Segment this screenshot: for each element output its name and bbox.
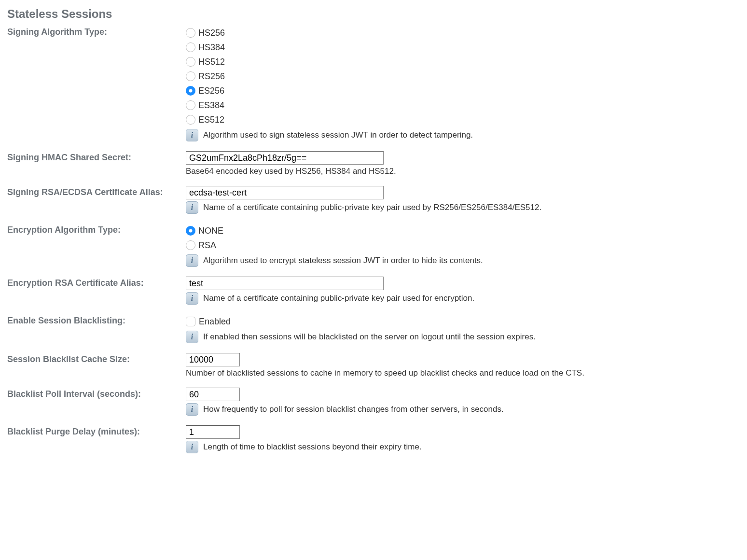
control-enc-rsa-alias: i Name of a certificate containing publi…: [186, 277, 740, 311]
control-blacklist-enable: Enabled i If enabled then sessions will …: [186, 314, 740, 350]
label-poll-interval: Blacklist Poll Interval (seconds):: [7, 388, 186, 399]
signing-algo-label-rs256: RS256: [198, 71, 225, 82]
enc-algo-option-rsa: RSA: [186, 238, 740, 252]
row-enc-rsa-alias: Encryption RSA Certificate Alias: i Name…: [7, 277, 740, 311]
info-icon[interactable]: i: [186, 403, 198, 416]
row-enc-algorithm: Encryption Algorithm Type: NONERSA i Alg…: [7, 224, 740, 274]
svg-text:i: i: [191, 256, 194, 265]
label-blacklist-cache: Session Blacklist Cache Size:: [7, 353, 186, 364]
svg-text:i: i: [191, 443, 194, 451]
help-hmac-secret: Base64 encoded key used by HS256, HS384 …: [186, 167, 740, 176]
info-purge-delay: i Length of time to blacklist sessions b…: [186, 441, 740, 453]
blacklist-cache-input[interactable]: [186, 353, 240, 366]
signing-algo-label-hs384: HS384: [198, 42, 225, 53]
svg-text:i: i: [191, 131, 194, 139]
row-signing-algorithm: Signing Algorithm Type: HS256HS384HS512R…: [7, 26, 740, 148]
signing-algo-option-hs512: HS512: [186, 55, 740, 69]
info-signing-algorithm: i Algorithm used to sign stateless sessi…: [186, 129, 740, 141]
signing-algo-label-es256: ES256: [198, 86, 224, 96]
enc-algo-label-none: NONE: [198, 226, 223, 236]
info-poll-interval: i How frequently to poll for session bla…: [186, 403, 740, 416]
info-text: Name of a certificate containing public-…: [203, 203, 541, 212]
control-rsa-alias: i Name of a certificate containing publi…: [186, 186, 740, 221]
label-hmac-secret: Signing HMAC Shared Secret:: [7, 151, 186, 163]
signing-algo-radio-hs384[interactable]: [186, 42, 195, 52]
info-icon[interactable]: i: [186, 201, 198, 214]
row-purge-delay: Blacklist Purge Delay (minutes): i Lengt…: [7, 425, 740, 460]
info-text: Algorithm used to sign stateless session…: [203, 130, 473, 140]
info-text: Length of time to blacklist sessions bey…: [203, 442, 422, 452]
info-rsa-alias: i Name of a certificate containing publi…: [186, 201, 740, 214]
enc-rsa-alias-input[interactable]: [186, 277, 384, 290]
signing-algo-radio-hs512[interactable]: [186, 57, 195, 67]
label-enc-rsa-alias: Encryption RSA Certificate Alias:: [7, 277, 186, 288]
signing-algo-option-es384: ES384: [186, 98, 740, 112]
signing-algo-option-es256: ES256: [186, 84, 740, 98]
control-hmac-secret: Base64 encoded key used by HS256, HS384 …: [186, 151, 740, 183]
info-icon[interactable]: i: [186, 129, 198, 141]
blacklist-enable-check-row: Enabled: [186, 314, 740, 329]
signing-algo-label-hs256: HS256: [198, 28, 225, 38]
label-signing-algorithm: Signing Algorithm Type:: [7, 26, 186, 37]
info-icon[interactable]: i: [186, 331, 198, 343]
control-purge-delay: i Length of time to blacklist sessions b…: [186, 425, 740, 460]
hmac-secret-input[interactable]: [186, 151, 384, 165]
info-enc-algorithm: i Algorithm used to encrypt stateless se…: [186, 254, 740, 267]
info-text: If enabled then sessions will be blackli…: [203, 332, 536, 342]
purge-delay-input[interactable]: [186, 425, 240, 439]
row-poll-interval: Blacklist Poll Interval (seconds): i How…: [7, 388, 740, 422]
signing-algo-option-rs256: RS256: [186, 69, 740, 84]
control-poll-interval: i How frequently to poll for session bla…: [186, 388, 740, 422]
svg-text:i: i: [191, 203, 194, 211]
enc-algo-option-none: NONE: [186, 224, 740, 238]
label-rsa-alias: Signing RSA/ECDSA Certificate Alias:: [7, 186, 186, 197]
info-blacklist-enable: i If enabled then sessions will be black…: [186, 331, 740, 343]
label-enc-algorithm: Encryption Algorithm Type:: [7, 224, 186, 235]
info-text: Algorithm used to encrypt stateless sess…: [203, 256, 483, 266]
signing-algo-radio-es384[interactable]: [186, 100, 195, 110]
blacklist-enable-checkbox[interactable]: [186, 317, 195, 326]
info-text: How frequently to poll for session black…: [203, 405, 504, 414]
help-blacklist-cache: Number of blacklisted sessions to cache …: [186, 368, 740, 378]
info-text: Name of a certificate containing public-…: [203, 294, 474, 303]
info-enc-rsa-alias: i Name of a certificate containing publi…: [186, 292, 740, 305]
svg-text:i: i: [191, 333, 194, 341]
signing-algo-option-hs256: HS256: [186, 26, 740, 40]
row-blacklist-enable: Enable Session Blacklisting: Enabled i I…: [7, 314, 740, 350]
row-blacklist-cache: Session Blacklist Cache Size: Number of …: [7, 353, 740, 385]
signing-algo-radio-hs256[interactable]: [186, 28, 195, 38]
signing-algo-label-hs512: HS512: [198, 57, 225, 67]
signing-algo-label-es384: ES384: [198, 100, 224, 111]
poll-interval-input[interactable]: [186, 388, 240, 401]
svg-text:i: i: [191, 294, 194, 302]
signing-algo-label-es512: ES512: [198, 115, 224, 125]
enc-algo-radio-none[interactable]: [186, 226, 195, 236]
rsa-alias-input[interactable]: [186, 186, 384, 199]
info-icon[interactable]: i: [186, 292, 198, 305]
svg-text:i: i: [191, 405, 194, 413]
signing-algo-option-hs384: HS384: [186, 40, 740, 55]
label-purge-delay: Blacklist Purge Delay (minutes):: [7, 425, 186, 437]
label-blacklist-enable: Enable Session Blacklisting:: [7, 314, 186, 326]
control-enc-algorithm: NONERSA i Algorithm used to encrypt stat…: [186, 224, 740, 274]
signing-algo-option-es512: ES512: [186, 112, 740, 127]
info-icon[interactable]: i: [186, 254, 198, 267]
row-rsa-alias: Signing RSA/ECDSA Certificate Alias: i N…: [7, 186, 740, 221]
control-blacklist-cache: Number of blacklisted sessions to cache …: [186, 353, 740, 385]
enc-algo-label-rsa: RSA: [198, 240, 216, 251]
row-hmac-secret: Signing HMAC Shared Secret: Base64 encod…: [7, 151, 740, 183]
section-title: Stateless Sessions: [7, 7, 740, 21]
signing-algo-radio-rs256[interactable]: [186, 71, 195, 81]
info-icon[interactable]: i: [186, 441, 198, 453]
enc-algo-radio-rsa[interactable]: [186, 240, 195, 250]
signing-algo-radio-es256[interactable]: [186, 86, 195, 96]
control-signing-algorithm: HS256HS384HS512RS256ES256ES384ES512 i Al…: [186, 26, 740, 148]
signing-algo-radio-es512[interactable]: [186, 115, 195, 125]
blacklist-enable-checkbox-label: Enabled: [199, 317, 231, 327]
